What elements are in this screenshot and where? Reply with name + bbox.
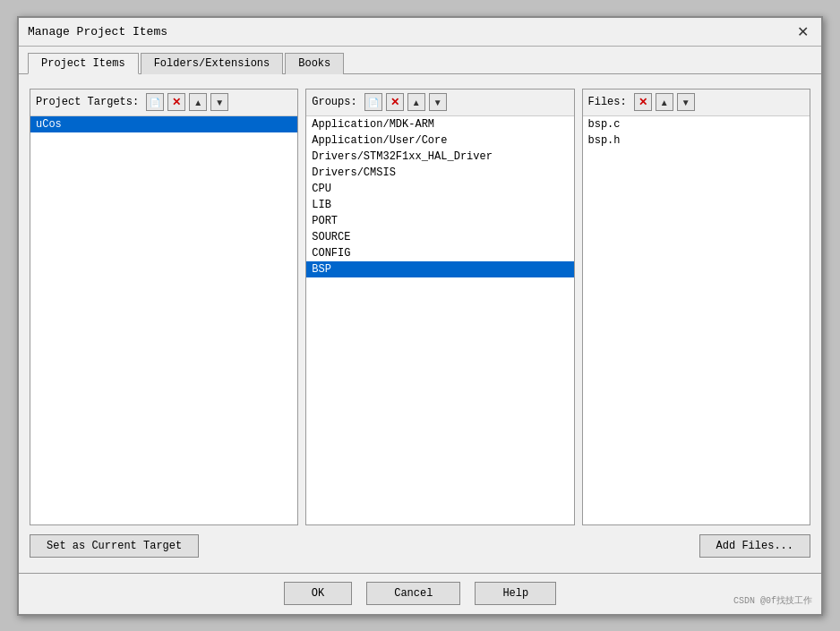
left-buttons: Set as Current Target (30, 534, 199, 558)
list-item[interactable]: Drivers/STM32F1xx_HAL_Driver (306, 149, 573, 165)
targets-down-button[interactable]: ▼ (210, 93, 228, 111)
project-targets-panel: Project Targets: 📄 ✕ ▲ ▼ uCos (30, 89, 298, 525)
down-icon: ▼ (433, 98, 442, 107)
tab-bar: Project Items Folders/Extensions Books (19, 47, 821, 74)
groups-new-button[interactable]: 📄 (364, 93, 382, 111)
list-item[interactable]: SOURCE (306, 229, 573, 245)
files-label: Files: (588, 96, 627, 108)
list-item[interactable]: CPU (306, 181, 573, 197)
files-list: bsp.c bsp.h (583, 116, 810, 524)
targets-panel-header: Project Targets: 📄 ✕ ▲ ▼ (30, 90, 297, 116)
add-files-button[interactable]: Add Files... (699, 534, 810, 558)
files-up-button[interactable]: ▲ (656, 93, 673, 111)
new-icon: 📄 (368, 98, 379, 107)
files-delete-button[interactable]: ✕ (634, 93, 652, 111)
list-item[interactable]: LIB (306, 197, 573, 213)
targets-delete-button[interactable]: ✕ (167, 93, 185, 111)
list-item[interactable]: bsp.h (583, 132, 810, 149)
close-button[interactable]: ✕ (793, 23, 812, 40)
list-item[interactable]: Drivers/CMSIS (306, 165, 573, 181)
set-current-target-button[interactable]: Set as Current Target (30, 534, 199, 558)
targets-label: Project Targets: (36, 96, 139, 108)
targets-up-button[interactable]: ▲ (189, 93, 207, 111)
tab-books[interactable]: Books (285, 53, 344, 74)
delete-icon: ✕ (172, 96, 181, 108)
groups-list: Application/MDK-ARM Application/User/Cor… (306, 116, 573, 524)
up-icon: ▲ (660, 98, 669, 107)
title-bar: Manage Project Items ✕ (19, 18, 821, 47)
list-item[interactable]: bsp.c (583, 116, 810, 132)
ok-button[interactable]: OK (284, 582, 352, 605)
bottom-buttons: Set as Current Target Add Files... (30, 525, 810, 558)
list-item[interactable]: Application/MDK-ARM (306, 116, 573, 132)
groups-panel: Groups: 📄 ✕ ▲ ▼ Application/MDK-ARM (305, 89, 574, 525)
dialog-title: Manage Project Items (28, 25, 167, 38)
groups-up-button[interactable]: ▲ (407, 93, 425, 111)
dialog-footer: OK Cancel Help (19, 573, 821, 614)
delete-icon: ✕ (390, 96, 399, 108)
targets-new-button[interactable]: 📄 (146, 93, 164, 111)
help-button[interactable]: Help (475, 582, 556, 605)
tab-project-items[interactable]: Project Items (28, 53, 139, 74)
content-area: Project Targets: 📄 ✕ ▲ ▼ uCos (19, 74, 821, 572)
list-item[interactable]: CONFIG (306, 245, 573, 261)
panels-row: Project Targets: 📄 ✕ ▲ ▼ uCos (30, 89, 810, 525)
down-icon: ▼ (681, 98, 690, 107)
manage-project-dialog: Manage Project Items ✕ Project Items Fol… (17, 16, 823, 616)
list-item[interactable]: uCos (30, 116, 297, 132)
down-icon: ▼ (215, 98, 224, 107)
groups-panel-header: Groups: 📄 ✕ ▲ ▼ (306, 90, 573, 116)
right-buttons: Add Files... (699, 534, 810, 558)
list-item[interactable]: PORT (306, 213, 573, 229)
cancel-button[interactable]: Cancel (366, 582, 460, 605)
files-down-button[interactable]: ▼ (677, 93, 695, 111)
files-panel: Files: ✕ ▲ ▼ bsp.c bsp.h (582, 89, 811, 525)
up-icon: ▲ (412, 98, 421, 107)
up-icon: ▲ (193, 98, 202, 107)
watermark: CSDN @0f找技工作 (733, 594, 812, 607)
groups-down-button[interactable]: ▼ (429, 93, 447, 111)
groups-label: Groups: (312, 96, 356, 108)
delete-icon: ✕ (639, 96, 647, 108)
list-item[interactable]: BSP (306, 261, 573, 277)
targets-list: uCos (30, 116, 297, 524)
list-item[interactable]: Application/User/Core (306, 132, 573, 149)
tab-folders-extensions[interactable]: Folders/Extensions (141, 53, 284, 74)
new-icon: 📄 (150, 98, 160, 107)
files-panel-header: Files: ✕ ▲ ▼ (583, 90, 810, 116)
groups-delete-button[interactable]: ✕ (386, 93, 404, 111)
